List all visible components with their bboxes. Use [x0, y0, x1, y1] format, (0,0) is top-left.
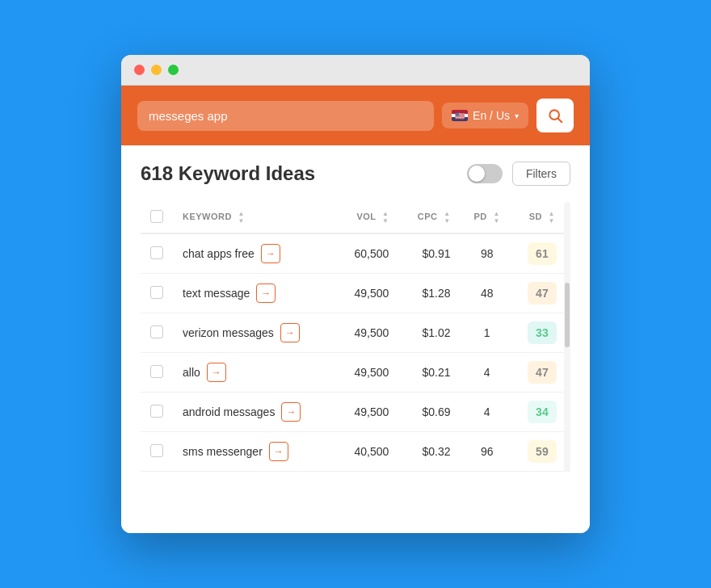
- pd-cell-1: 48: [461, 274, 514, 313]
- keywords-table: KEYWORD ▲▼ VOL ▲▼ CPC: [141, 202, 570, 472]
- search-button[interactable]: [536, 99, 574, 132]
- sd-badge-3: 47: [528, 361, 557, 384]
- pd-cell-3: 4: [461, 353, 514, 393]
- keyword-text-4: android messages: [183, 405, 275, 418]
- flag-icon: 🇺🇸: [452, 110, 468, 121]
- row-checkbox-2[interactable]: [150, 326, 163, 338]
- table-row: sms messenger → 40,500 $0.32 96 59: [141, 432, 570, 472]
- vol-cell-1: 49,500: [335, 274, 399, 313]
- keyword-cell-0: chat apps free →: [183, 244, 326, 263]
- row-checkbox-3[interactable]: [150, 365, 163, 378]
- keyword-arrow-btn-2[interactable]: →: [280, 323, 300, 342]
- keyword-cell-2: verizon messages →: [183, 323, 326, 342]
- search-bar: 🇺🇸 En / Us ▾: [121, 86, 590, 145]
- row-checkbox-4[interactable]: [150, 405, 163, 418]
- toggle-switch[interactable]: [467, 164, 503, 183]
- table-row: text message → 49,500 $1.28 48 47: [141, 274, 570, 313]
- col-header-cpc: CPC ▲▼: [398, 202, 460, 233]
- keyword-sort-icon[interactable]: ▲▼: [238, 211, 245, 225]
- results-header: 618 Keyword Ideas Filters: [141, 162, 570, 186]
- select-all-checkbox[interactable]: [150, 210, 163, 223]
- cpc-cell-3: $0.21: [398, 353, 460, 393]
- scrollbar-track: [564, 202, 570, 472]
- col-header-vol: VOL ▲▼: [335, 202, 399, 233]
- pd-cell-0: 98: [461, 233, 514, 274]
- row-checkbox-5[interactable]: [150, 444, 163, 457]
- keyword-cell-5: sms messenger →: [183, 442, 326, 461]
- close-button[interactable]: [134, 65, 145, 75]
- minimize-button[interactable]: [151, 65, 162, 75]
- sd-badge-4: 34: [528, 401, 557, 423]
- cpc-cell-2: $1.02: [398, 313, 460, 353]
- table-row: chat apps free → 60,500 $0.91 98 61: [141, 233, 570, 274]
- keyword-text-0: chat apps free: [183, 247, 255, 260]
- keyword-text-5: sms messenger: [183, 445, 263, 458]
- cpc-cell-0: $0.91: [398, 233, 460, 274]
- keyword-arrow-btn-1[interactable]: →: [256, 284, 276, 303]
- maximize-button[interactable]: [168, 65, 179, 75]
- vol-sort-icon[interactable]: ▲▼: [382, 211, 389, 225]
- search-input[interactable]: [149, 109, 423, 123]
- keyword-text-3: allo: [183, 366, 200, 379]
- cpc-sort-icon[interactable]: ▲▼: [444, 211, 450, 225]
- row-checkbox-0[interactable]: [150, 246, 163, 259]
- keyword-cell-1: text message →: [183, 284, 326, 303]
- sd-badge-5: 59: [528, 440, 557, 463]
- header-controls: Filters: [467, 162, 570, 186]
- table-row: allo → 49,500 $0.21 4 47: [141, 353, 570, 393]
- keyword-arrow-btn-4[interactable]: →: [281, 402, 301, 422]
- content-area: 618 Keyword Ideas Filters KEYWORD: [121, 145, 590, 533]
- col-header-sd: SD ▲▼: [514, 202, 570, 233]
- keyword-arrow-btn-5[interactable]: →: [269, 442, 288, 461]
- app-window: 🇺🇸 En / Us ▾ 618 Keyword Ideas Filters: [121, 55, 590, 533]
- cpc-cell-4: $0.69: [398, 393, 460, 432]
- col-header-pd: PD ▲▼: [461, 202, 514, 233]
- svg-line-1: [558, 119, 562, 123]
- title-bar: [121, 55, 590, 86]
- col-header-keyword: KEYWORD ▲▼: [173, 202, 335, 233]
- table-row: verizon messages → 49,500 $1.02 1 33: [141, 313, 570, 353]
- search-input-wrapper: [137, 101, 434, 131]
- keyword-arrow-btn-0[interactable]: →: [261, 244, 280, 263]
- sd-badge-0: 61: [528, 242, 557, 265]
- pd-cell-5: 96: [461, 432, 514, 472]
- language-label: En / Us: [473, 109, 510, 122]
- sd-badge-2: 33: [528, 321, 557, 344]
- filters-button[interactable]: Filters: [512, 162, 570, 186]
- keyword-arrow-btn-3[interactable]: →: [207, 363, 226, 382]
- pd-cell-2: 1: [461, 313, 514, 353]
- chevron-down-icon: ▾: [515, 111, 519, 120]
- sd-badge-1: 47: [528, 282, 557, 304]
- cpc-cell-5: $0.32: [398, 432, 460, 472]
- table-row: android messages → 49,500 $0.69 4 34: [141, 393, 570, 432]
- keyword-cell-3: allo →: [183, 363, 326, 382]
- pd-cell-4: 4: [461, 393, 514, 432]
- sd-sort-icon[interactable]: ▲▼: [549, 211, 555, 225]
- vol-cell-3: 49,500: [335, 353, 399, 393]
- keyword-text-2: verizon messages: [183, 326, 274, 339]
- keyword-text-1: text message: [183, 287, 250, 300]
- results-title: 618 Keyword Ideas: [141, 162, 315, 185]
- cpc-cell-1: $1.28: [398, 274, 460, 313]
- scrollbar-thumb[interactable]: [565, 283, 570, 347]
- vol-cell-4: 49,500: [335, 393, 399, 432]
- vol-cell-2: 49,500: [335, 313, 399, 353]
- row-checkbox-1[interactable]: [150, 286, 163, 299]
- table-container: KEYWORD ▲▼ VOL ▲▼ CPC: [141, 202, 570, 472]
- vol-cell-0: 60,500: [335, 233, 399, 274]
- vol-cell-5: 40,500: [335, 432, 399, 472]
- language-selector[interactable]: 🇺🇸 En / Us ▾: [442, 103, 528, 128]
- pd-sort-icon[interactable]: ▲▼: [493, 211, 499, 225]
- keyword-cell-4: android messages →: [183, 402, 326, 422]
